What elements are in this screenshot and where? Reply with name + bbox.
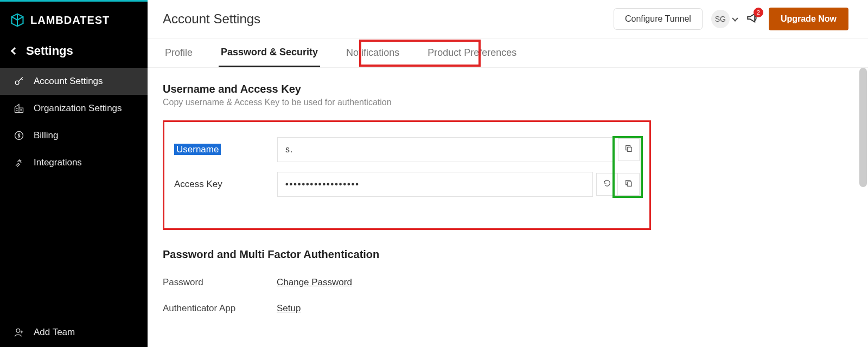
brand-logo[interactable]: LAMBDATEST [0,2,148,37]
back-to-settings[interactable]: Settings [0,37,148,68]
setup-authenticator-link[interactable]: Setup [277,303,301,314]
sidebar-item-organization-settings[interactable]: Organization Settings [0,95,148,122]
regenerate-accesskey-button[interactable] [596,173,618,196]
sidebar-item-label: Billing [34,130,58,141]
dollar-icon [13,130,25,142]
svg-point-2 [16,329,20,332]
sidebar-item-label: Integrations [34,157,82,168]
announcements-button[interactable]: 2 [746,11,760,27]
user-menu[interactable]: SG [711,10,737,28]
accesskey-value[interactable]: •••••••••••••••••• [277,172,593,197]
sidebar-item-billing[interactable]: Billing [0,122,148,149]
scroll-thumb[interactable] [859,68,867,187]
username-row: Username s. [174,137,640,162]
sidebar: LAMBDATEST Settings Account Settings Org… [0,0,148,347]
authenticator-row: Authenticator App Setup [163,303,853,314]
credentials-box-highlight: Username s. Access Key •••••••••••••••••… [163,120,651,230]
add-team-label: Add Team [34,327,75,338]
password-label: Password [163,277,277,288]
copy-accesskey-button[interactable] [618,173,640,196]
sidebar-item-integrations[interactable]: Integrations [0,149,148,176]
copy-icon [624,179,633,190]
sidebar-item-label: Account Settings [34,76,103,87]
copy-username-button[interactable] [618,138,640,161]
tab-password-security[interactable]: Password & Security [219,39,320,67]
chevron-left-icon [11,47,18,55]
top-actions: Configure Tunnel SG 2 Upgrade Now [614,8,848,30]
tab-product-preferences[interactable]: Product Preferences [425,40,519,66]
configure-tunnel-button[interactable]: Configure Tunnel [614,8,703,30]
add-user-icon [13,326,25,338]
credentials-section: Username and Access Key Copy username & … [163,83,853,230]
authenticator-label: Authenticator App [163,303,277,314]
upgrade-button[interactable]: Upgrade Now [769,8,848,30]
topbar: Account Settings Configure Tunnel SG 2 U… [148,0,868,38]
key-icon [13,75,25,87]
brand-name: LAMBDATEST [30,14,110,27]
password-row: Password Change Password [163,277,853,288]
auth-section: Password and Multi Factor Authentication… [163,248,853,314]
brand-logo-icon [10,12,25,28]
username-value[interactable]: s. [277,137,615,162]
copy-icon [624,144,633,155]
svg-rect-3 [627,147,631,151]
auth-section-title: Password and Multi Factor Authentication [163,248,853,261]
accesskey-label: Access Key [174,179,277,190]
svg-rect-4 [627,182,631,186]
tab-profile[interactable]: Profile [163,40,195,66]
username-label: Username [174,144,277,155]
vertical-scrollbar[interactable] [859,68,867,329]
plug-icon [13,157,25,169]
svg-point-0 [15,81,19,85]
content: Username and Access Key Copy username & … [148,68,868,329]
refresh-icon [603,179,611,190]
building-icon [13,102,25,114]
tabs: Profile Password & Security Notification… [148,38,868,68]
tab-notifications[interactable]: Notifications [344,40,401,66]
megaphone-icon [746,17,760,27]
sidebar-item-label: Organization Settings [34,103,122,114]
accesskey-row: Access Key •••••••••••••••••• [174,172,640,197]
change-password-link[interactable]: Change Password [277,277,352,288]
credentials-title: Username and Access Key [163,83,853,95]
settings-title: Settings [26,44,73,58]
chevron-down-icon [732,15,738,21]
avatar: SG [711,10,730,28]
main-area: Account Settings Configure Tunnel SG 2 U… [148,0,868,347]
page-title: Account Settings [163,11,260,27]
add-team-button[interactable]: Add Team [0,318,148,347]
notification-badge: 2 [754,8,763,17]
credentials-subtitle: Copy username & Access Key to be used fo… [163,98,853,107]
sidebar-item-account-settings[interactable]: Account Settings [0,68,148,95]
